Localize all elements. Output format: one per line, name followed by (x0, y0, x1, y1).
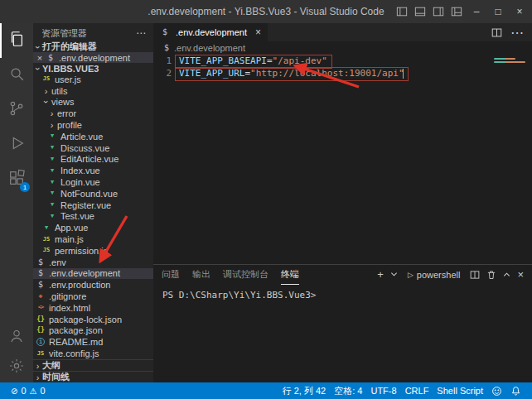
title-bar: .env.development - Yi.BBS.Vue3 - Visual … (0, 0, 532, 23)
chevron-down-icon: › (33, 64, 43, 73)
status-encoding[interactable]: UTF-8 (366, 386, 400, 396)
tree-item-utils[interactable]: ›utils (33, 85, 153, 97)
status-cursor-position[interactable]: 行 2, 列 42 (278, 385, 331, 397)
kill-terminal-icon[interactable] (486, 270, 496, 280)
problems-status[interactable]: ⊘ 0 ⚠ 0 (7, 386, 50, 396)
editor-tab-bar: $ .env.development × ⋯ (153, 23, 532, 41)
toggle-panel-icon[interactable] (411, 2, 429, 21)
maximize-button[interactable]: □ (487, 0, 509, 23)
open-editor-item[interactable]: × $ .env.development (33, 52, 153, 63)
status-language-mode[interactable]: Shell Script (433, 386, 487, 396)
panel-tab-problems[interactable]: 问题 (162, 265, 180, 285)
tree-item-profile[interactable]: ›profile (33, 119, 153, 131)
git-file-icon: ◆ (36, 293, 46, 300)
close-window-button[interactable]: × (509, 0, 530, 23)
line-number: 2 (153, 67, 172, 79)
minimize-button[interactable]: – (466, 0, 487, 23)
tree-item-Test.vue[interactable]: ▼Test.vue (33, 211, 153, 223)
tree-item-NotFound.vue[interactable]: ▼NotFound.vue (33, 188, 153, 200)
breadcrumb-item[interactable]: .env.development (174, 43, 245, 53)
tree-item-user.js[interactable]: JSuser.js (33, 74, 153, 85)
new-terminal-icon[interactable]: + (377, 268, 384, 281)
close-panel-icon[interactable]: × (517, 268, 524, 281)
close-tab-icon[interactable]: × (255, 26, 261, 38)
tree-item-main.js[interactable]: JSmain.js (33, 233, 153, 245)
tree-item-package-lock.json[interactable]: {}package-lock.json (33, 314, 153, 325)
tree-item-error[interactable]: ›error (33, 108, 153, 119)
tree-item-views[interactable]: ›views (33, 97, 153, 108)
activity-item-settings[interactable] (0, 353, 33, 382)
toggle-sidebar-icon[interactable] (393, 2, 411, 21)
tree-item-Article.vue[interactable]: ▼Article.vue (33, 131, 153, 142)
open-editors-header[interactable]: › 打开的编辑器 (33, 41, 153, 52)
chevron-down-icon[interactable] (390, 271, 398, 278)
file-name: error (57, 108, 76, 118)
maximize-panel-icon[interactable] (503, 271, 510, 278)
more-actions-icon[interactable]: ⋯ (510, 25, 524, 41)
activity-item-source-control[interactable] (0, 93, 33, 127)
tree-item-Login.vue[interactable]: ▼Login.vue (33, 176, 153, 188)
close-icon[interactable]: × (36, 53, 44, 63)
tree-item-.env[interactable]: $.env (33, 257, 153, 268)
split-editor-icon[interactable] (491, 27, 502, 38)
tree-item-Register.vue[interactable]: ▼Register.vue (33, 200, 153, 211)
activity-item-run-debug[interactable] (0, 127, 33, 162)
tree-item-vite.config.js[interactable]: JSvite.config.js (33, 348, 153, 359)
outline-section-header[interactable]: › 大纲 (33, 359, 153, 371)
activity-item-search[interactable] (0, 58, 33, 93)
feedback-smiley-icon[interactable] (487, 386, 506, 397)
vue-file-icon: ▼ (41, 225, 51, 231)
timeline-section-header[interactable]: › 时间线 (33, 371, 153, 382)
panel-tab-debug-console[interactable]: 调试控制台 (223, 265, 268, 285)
file-name: .env (49, 257, 66, 267)
customize-layout-icon[interactable] (447, 2, 466, 21)
panel-tab-output[interactable]: 输出 (192, 265, 210, 285)
source-control-icon (7, 99, 26, 121)
tree-item-.gitignore[interactable]: ◆.gitignore (33, 291, 153, 302)
activity-item-extensions[interactable]: 1 (0, 162, 33, 197)
activity-bar-bottom (0, 323, 33, 382)
status-bar: ⊘ 0 ⚠ 0 行 2, 列 42空格: 4UTF-8CRLFShell Scr… (0, 382, 532, 399)
file-name: profile (57, 120, 82, 130)
chevron-right-icon: › (47, 108, 56, 118)
shell-label: powershell (417, 270, 461, 280)
split-terminal-icon[interactable] (470, 270, 480, 280)
terminal-content[interactable]: PS D:\CSharp\Yi\Yi.BBS.Vue3> (153, 284, 532, 382)
code-line-2[interactable]: 2VITE_APP_URL="http://localhost:19001/ap… (153, 67, 532, 79)
toggle-secondary-sidebar-icon[interactable] (429, 2, 447, 21)
panel-tab-terminal[interactable]: 终端 (281, 265, 299, 285)
activity-item-explorer[interactable] (0, 23, 33, 58)
tree-item-EditArticle.vue[interactable]: ▼EditArticle.vue (33, 154, 153, 166)
env-file-icon: $ (36, 269, 46, 277)
code-line-1[interactable]: 1VITE_APP_BASEAPI="/api-dev" (153, 55, 532, 67)
terminal-shell-select[interactable]: ▷ powershell (404, 269, 464, 281)
tree-item-App.vue[interactable]: ▼App.vue (33, 222, 153, 233)
file-name: .env.production (49, 280, 110, 290)
activity-item-accounts[interactable] (0, 323, 33, 353)
code-editor[interactable]: 1VITE_APP_BASEAPI="/api-dev"2VITE_APP_UR… (153, 55, 532, 264)
file-name: views (51, 97, 75, 107)
code-text: VITE_APP_URL="http://localhost:19001/api… (179, 67, 404, 79)
line-number: 1 (153, 55, 172, 67)
tree-item-.env.development[interactable]: $.env.development (33, 268, 153, 280)
tree-item-Discuss.vue[interactable]: ▼Discuss.vue (33, 142, 153, 154)
more-actions-icon[interactable]: ⋯ (136, 27, 147, 39)
js-file-icon: JS (41, 248, 51, 253)
bottom-panel: 问题输出调试控制台终端 + ▷ powershell × (153, 264, 532, 382)
json-file-icon: {} (36, 327, 46, 334)
status-indentation[interactable]: 空格: 4 (330, 385, 366, 397)
tree-item-.env.production[interactable]: $.env.production (33, 279, 153, 291)
terminal-prompt: PS D:\CSharp\Yi\Yi.BBS.Vue3> (162, 290, 316, 300)
status-eol[interactable]: CRLF (401, 386, 433, 396)
tree-item-permission.js[interactable]: JSpermission.js (33, 245, 153, 257)
minimap[interactable] (494, 56, 525, 65)
tree-item-README.md[interactable]: iREADME.md (33, 336, 153, 348)
breadcrumb[interactable]: $ .env.development (153, 41, 532, 55)
tree-item-package.json[interactable]: {}package.json (33, 325, 153, 337)
project-section-header[interactable]: › YI.BBS.VUE3 (33, 63, 153, 74)
sidebar-title: 资源管理器 (41, 27, 87, 40)
tab-env-development[interactable]: $ .env.development × (153, 23, 268, 41)
tree-item-Index.vue[interactable]: ▼Index.vue (33, 165, 153, 176)
tree-item-index.html[interactable]: <>index.html (33, 302, 153, 314)
notifications-bell-icon[interactable] (506, 386, 525, 397)
